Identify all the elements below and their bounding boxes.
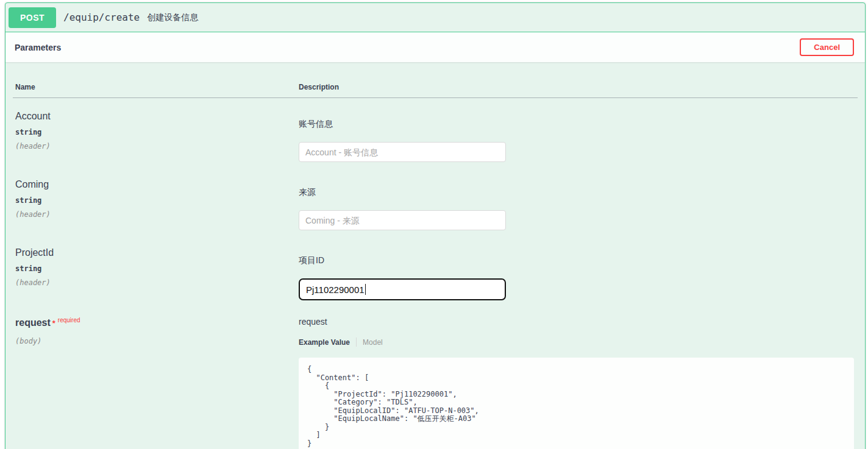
tab-example-value[interactable]: Example Value — [299, 338, 350, 347]
parameters-section-header: Parameters Cancel — [5, 32, 865, 62]
operation-summary[interactable]: POST /equip/create 创建设备信息 — [5, 3, 865, 32]
param-description: 来源 — [299, 187, 858, 197]
param-type: string — [15, 128, 296, 136]
param-type: string — [15, 264, 296, 273]
example-value-block: { "Content": [ { "ProjectId": "Pj1102290… — [299, 358, 854, 449]
projectid-input[interactable]: Pj1102290001 — [299, 278, 506, 300]
cancel-button[interactable]: Cancel — [800, 38, 854, 56]
operation-description: 创建设备信息 — [147, 12, 198, 23]
param-location: (header) — [15, 278, 296, 287]
param-row-account: Account string (header) 账号信息 — [13, 98, 858, 167]
param-location: (body) — [15, 337, 296, 345]
coming-input[interactable] — [299, 210, 506, 230]
param-name: Coming — [15, 179, 296, 190]
method-badge: POST — [9, 7, 56, 28]
tab-model[interactable]: Model — [363, 338, 383, 347]
example-json-code: { "Content": [ { "ProjectId": "Pj1102290… — [307, 366, 845, 448]
param-location: (header) — [15, 142, 296, 150]
parameters-table: Name Description Account string (header)… — [13, 74, 858, 449]
description-column-header: Description — [296, 74, 858, 98]
required-star: * — [52, 319, 55, 328]
param-row-projectid: ProjectId string (header) 项目ID Pj1102290… — [13, 235, 858, 305]
param-name: ProjectId — [15, 247, 296, 258]
param-description: 项目ID — [299, 255, 858, 265]
param-location: (header) — [15, 210, 296, 219]
account-input[interactable] — [299, 142, 506, 162]
param-name: Account — [15, 110, 296, 122]
param-type: string — [15, 196, 296, 205]
tab-divider — [356, 338, 357, 347]
table-header-row: Name Description — [13, 74, 858, 98]
required-label: required — [58, 317, 80, 323]
text-caret — [365, 284, 366, 295]
param-row-request: request*required (body) request Example … — [13, 305, 858, 449]
param-row-coming: Coming string (header) 来源 — [13, 166, 858, 235]
parameters-title: Parameters — [15, 43, 61, 52]
parameters-table-container: Name Description Account string (header)… — [5, 62, 865, 449]
example-tabs: Example Value Model — [299, 338, 858, 347]
param-description: 账号信息 — [299, 119, 858, 129]
projectid-input-value: Pj1102290001 — [306, 285, 365, 295]
param-name: request*required — [15, 317, 296, 330]
operation-path: /equip/create — [63, 12, 140, 23]
post-operation-block: POST /equip/create 创建设备信息 Parameters Can… — [5, 2, 866, 449]
name-column-header: Name — [13, 74, 296, 98]
param-description: request — [299, 317, 858, 327]
